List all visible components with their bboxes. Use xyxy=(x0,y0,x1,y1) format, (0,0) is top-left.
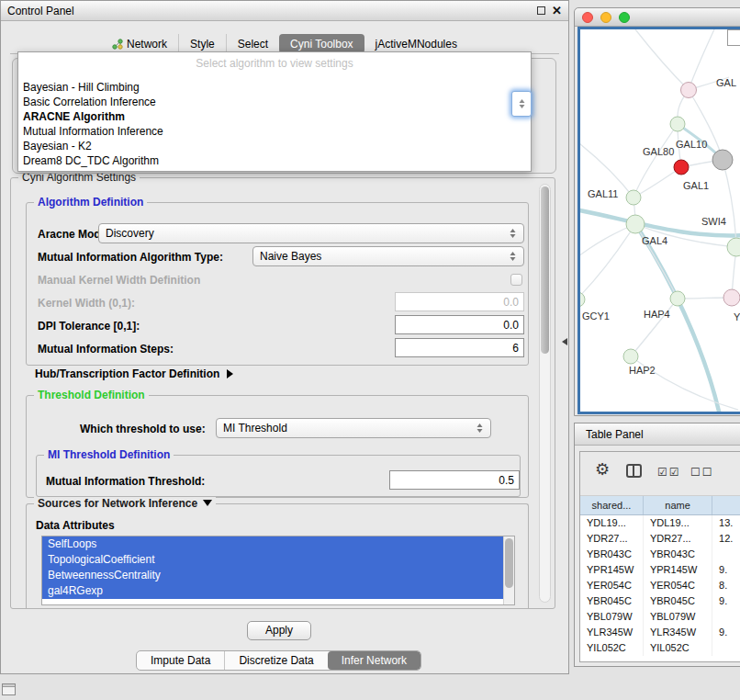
combo-arrows-icon xyxy=(518,97,526,110)
tab-network-label: Network xyxy=(127,38,167,51)
network-node[interactable] xyxy=(727,238,740,256)
control-panel-window: Control Panel ✕ Network Style Select Cyn… xyxy=(0,0,569,674)
column-header-clipped[interactable] xyxy=(712,496,740,514)
cell-name: YBR043C xyxy=(644,547,712,562)
network-node[interactable] xyxy=(626,215,645,233)
network-node[interactable] xyxy=(723,289,740,306)
dropdown-item-bayesian-hill-climbing[interactable]: Bayesian - Hill Climbing xyxy=(18,80,531,95)
minimize-traffic-light[interactable] xyxy=(600,12,611,23)
hub-definition-toggle[interactable]: Hub/Transcription Factor Definition xyxy=(35,367,233,380)
cell-value: 13. xyxy=(712,515,740,531)
table-row[interactable]: YDR27... YDR27... 12. xyxy=(580,531,740,547)
deselect-all-icon[interactable]: ☐☐ xyxy=(690,466,714,479)
tab-style[interactable]: Style xyxy=(178,34,226,53)
window-buttons: ✕ xyxy=(537,5,562,17)
network-node[interactable] xyxy=(681,83,697,98)
attribute-item-topologicalcoefficient[interactable]: TopologicalCoefficient xyxy=(42,552,503,568)
tab-jactivemnodules[interactable]: jActiveMNodules xyxy=(364,34,468,53)
algorithm-definition-title: Algorithm Definition xyxy=(34,196,147,209)
mi-threshold-input[interactable] xyxy=(389,470,520,490)
tab-select-label: Select xyxy=(238,38,268,51)
select-all-icon[interactable]: ☑☑ xyxy=(657,466,681,479)
cell-name: YDL19... xyxy=(644,515,712,531)
network-node[interactable] xyxy=(580,292,585,307)
dpi-tolerance-input[interactable] xyxy=(395,315,524,334)
network-corner-widget[interactable] xyxy=(727,29,740,46)
mi-steps-input[interactable] xyxy=(395,338,524,357)
mi-threshold-group-title: MI Threshold Definition xyxy=(44,448,174,461)
node-label: HAP4 xyxy=(644,309,670,320)
manual-kernel-width-checkbox[interactable] xyxy=(510,274,522,286)
dropdown-item-basic-correlation[interactable]: Basic Correlation Inference xyxy=(18,95,531,109)
tab-infer-network[interactable]: Infer Network xyxy=(328,651,420,670)
network-node-red[interactable] xyxy=(674,160,689,175)
table-row[interactable]: YIL052C YIL052C xyxy=(580,640,740,656)
algorithm-dropdown-popup: Select algorithm to view settings Bayesi… xyxy=(17,51,532,172)
minimized-panel-icon[interactable] xyxy=(2,683,16,695)
attribute-item-betweennesscentrality[interactable]: BetweennessCentrality xyxy=(42,568,503,583)
algorithm-combo-button[interactable] xyxy=(511,91,532,117)
column-header-shared-name[interactable]: shared... xyxy=(580,496,644,514)
table-row[interactable]: YPR145W YPR145W 9. xyxy=(580,562,740,578)
sources-group-title: Sources for Network Inference xyxy=(38,497,197,510)
cell-name: YDR27... xyxy=(644,531,712,547)
table-row[interactable]: YBR045C YBR045C 9. xyxy=(580,593,740,609)
tab-network[interactable]: Network xyxy=(101,34,178,53)
settings-scrollbar-thumb[interactable] xyxy=(541,186,549,354)
network-view-window: GAL GAL80 GAL10 GAL1 GAL11 SWI4 GAL4 GCY… xyxy=(574,7,740,416)
tab-cyni-toolbox[interactable]: Cyni Toolbox xyxy=(279,34,364,53)
attribute-item-gal4rgexp[interactable]: gal4RGexp xyxy=(42,583,503,599)
table-row[interactable]: YLR345W YLR345W 9. xyxy=(580,625,740,640)
cell-name: YBL079W xyxy=(644,609,712,625)
node-label: GAL80 xyxy=(643,146,674,157)
settings-gear-icon[interactable]: ⚙ xyxy=(595,461,610,478)
tab-discretize-data[interactable]: Discretize Data xyxy=(224,651,327,670)
cell-value: 9. xyxy=(712,625,740,640)
dropdown-item-aracne[interactable]: ARACNE Algorithm xyxy=(18,109,531,124)
table-row[interactable]: YBR043C YBR043C xyxy=(580,547,740,562)
sources-group-toggle[interactable]: Sources for Network Inference xyxy=(34,497,216,510)
node-label: GAL1 xyxy=(683,180,709,191)
cell-name: YPR145W xyxy=(644,562,712,578)
attribute-list-scrollbar-thumb[interactable] xyxy=(505,538,513,588)
network-canvas[interactable]: GAL GAL80 GAL10 GAL1 GAL11 SWI4 GAL4 GCY… xyxy=(577,27,740,414)
zoom-traffic-light[interactable] xyxy=(619,12,630,23)
network-node[interactable] xyxy=(670,117,685,131)
mi-algorithm-type-value: Naive Bayes xyxy=(260,250,509,263)
table-row[interactable]: YER054C YER054C 8. xyxy=(580,578,740,593)
table-row[interactable]: YDL19... YDL19... 13. xyxy=(580,515,740,531)
dropdown-item-mutual-information[interactable]: Mutual Information Inference xyxy=(18,124,531,139)
threshold-type-select[interactable]: MI Threshold xyxy=(216,418,491,438)
tab-impute-data[interactable]: Impute Data xyxy=(137,651,224,670)
column-header-name[interactable]: name xyxy=(644,496,712,514)
close-window-icon[interactable]: ✕ xyxy=(552,5,562,17)
tab-select[interactable]: Select xyxy=(226,34,279,53)
dropdown-item-dream8[interactable]: Dream8 DC_TDC Algorithm xyxy=(18,153,531,168)
table-row[interactable]: YBL079W YBL079W xyxy=(580,609,740,625)
splitter-collapse-handle[interactable] xyxy=(562,338,567,345)
network-node[interactable] xyxy=(623,349,638,364)
column-layout-icon[interactable] xyxy=(626,464,642,478)
collapse-arrow-icon xyxy=(203,500,212,506)
aracne-mode-select[interactable]: Discovery xyxy=(98,223,524,243)
apply-button[interactable]: Apply xyxy=(247,621,311,640)
settings-scrollbar[interactable] xyxy=(539,184,551,603)
attribute-item-selfloops[interactable]: SelfLoops xyxy=(42,536,503,552)
dropdown-item-bayesian-k2[interactable]: Bayesian - K2 xyxy=(18,139,531,153)
cell-value: 8. xyxy=(712,578,740,593)
table-header-row: shared... name xyxy=(580,496,740,515)
mi-algorithm-type-select[interactable]: Naive Bayes xyxy=(252,246,524,266)
close-traffic-light[interactable] xyxy=(582,12,593,23)
cell-shared-name: YDR27... xyxy=(580,531,644,547)
kernel-width-input[interactable] xyxy=(395,292,524,311)
node-label: GAL11 xyxy=(588,188,618,199)
network-node[interactable] xyxy=(670,291,685,306)
expand-arrow-icon xyxy=(227,369,233,378)
network-node-gray[interactable] xyxy=(712,150,733,170)
attribute-list-scrollbar[interactable] xyxy=(503,536,514,604)
node-label: HAP2 xyxy=(629,365,656,376)
float-window-icon[interactable] xyxy=(537,6,545,15)
cell-shared-name: YER054C xyxy=(580,578,644,593)
network-node[interactable] xyxy=(626,190,641,205)
cell-name: YBR045C xyxy=(644,593,712,609)
